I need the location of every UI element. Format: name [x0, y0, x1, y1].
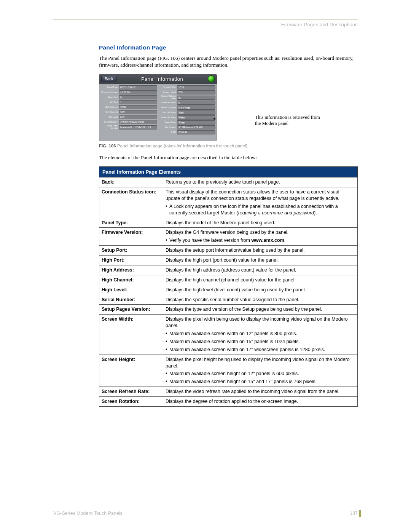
table-row: Screen Width:Displays the pixel width be… [99, 315, 358, 355]
row-label: High Level: [99, 285, 163, 295]
footer-left: VG-Series Modero Touch Panels [53, 511, 123, 516]
row-description: Displays the high channel (channel count… [163, 275, 358, 285]
annotation-arrow [215, 119, 253, 119]
panel-field-label: Start Up String [159, 112, 177, 114]
panel-field-value: 3000 [119, 105, 157, 109]
row-description: Displays the high level (level count) va… [163, 285, 358, 295]
row-description: Displays the setup port information/valu… [163, 246, 358, 256]
elements-table: Panel Information Page Elements Back:Ret… [99, 166, 358, 407]
row-label: Screen Height: [99, 355, 163, 387]
panel-field-label: Setup Page Version [100, 125, 119, 129]
row-description: Displays the specific serial number valu… [163, 295, 358, 305]
panel-field-label: Power Up Page [159, 107, 177, 109]
panel-field-label: Setup Port [100, 96, 119, 99]
row-label: High Channel: [99, 275, 163, 285]
row-label: Firmware Version: [99, 228, 163, 246]
panel-field-row: High Port1 [100, 100, 157, 104]
row-description: Displays the model of the Modero panel b… [163, 218, 358, 228]
annotation-text: This information is retrieved from the M… [255, 115, 342, 126]
row-label: Setup Pages Version: [99, 305, 163, 315]
panel-field-label: Screen Refresh Rate [159, 95, 177, 100]
panel-field-value: 768 [177, 90, 215, 94]
panel-field-value: NXD-1500VG [119, 85, 157, 89]
panel-field-row: Screen Height768 [159, 90, 215, 94]
panel-field-value: Sleep [177, 120, 215, 125]
table-row: Back:Returns you to the previously activ… [99, 177, 358, 187]
panel-field-value: 1024 [177, 85, 215, 89]
panel-field-label: High Address [100, 106, 119, 109]
panel-field-row: RAM256 MB [159, 130, 215, 134]
table-row: Screen Rotation:Displays the degree of r… [99, 397, 358, 407]
row-label: Serial Number: [99, 295, 163, 305]
table-row: High Level:Displays the high level (leve… [99, 285, 358, 295]
panel-title: Panel Information [116, 76, 208, 82]
row-description: Displays the pixel width being used to d… [163, 315, 358, 355]
table-row: High Port:Displays the high port (port c… [99, 256, 358, 265]
panel-field-label: Screen Width [159, 86, 177, 89]
panel-field-row: Wake Up StringWake [159, 115, 215, 120]
panel-field-label: High Channel [100, 111, 119, 113]
panel-field-value: 3001 [119, 110, 157, 114]
panel-field-label: Panel Type [100, 86, 119, 89]
panel-field-row: Power Up PageMain Page [159, 105, 215, 110]
row-description: Displays the video refresh rate applied … [163, 387, 358, 397]
panel-field-row: Screen Width1024 [159, 85, 215, 89]
row-label: Panel Type: [99, 218, 163, 228]
panel-field-value: 95 MB free of 128 MB [177, 125, 215, 129]
panel-field-value: 600 [119, 115, 157, 119]
row-description: Displays the degree of rotation applied … [163, 397, 358, 407]
panel-field-row: Serial Number225361BETA2253611 [100, 120, 157, 124]
panel-field-label: Serial Number [100, 121, 119, 123]
row-label: Screen Refresh Rate: [99, 387, 163, 397]
panel-field-row: Panel TypeNXD-1500VG [100, 85, 157, 89]
row-label: Setup Port: [99, 246, 163, 256]
row-description: Displays the high port (port count) valu… [163, 256, 358, 265]
panel-field-value: 60 [177, 96, 215, 100]
page-title: Panel Information Page [99, 44, 358, 51]
row-description: Displays the G4 firmware version being u… [163, 228, 358, 246]
row-label: High Address: [99, 265, 163, 275]
panel-field-value: 0 [177, 101, 215, 105]
page-footer: VG-Series Modero Touch Panels 137 [53, 509, 358, 516]
panel-field-label: RAM [159, 131, 177, 134]
figure-caption: FIG. 106 Panel Information page (takes i… [99, 144, 358, 148]
table-row: Screen Refresh Rate:Displays the video r… [99, 387, 358, 397]
table-row: Firmware Version:Displays the G4 firmwar… [99, 228, 358, 246]
row-label: Back: [99, 177, 163, 187]
panel-field-row: Firmware Versionv2.56.10 [100, 90, 157, 94]
table-row: Setup Pages Version:Displays the type an… [99, 305, 358, 315]
panel-field-value: 0 [119, 95, 157, 99]
connection-status-icon [208, 75, 215, 82]
table-row: High Address:Displays the high address (… [99, 265, 358, 275]
top-rule [53, 19, 358, 19]
panel-field-label: File System [159, 126, 177, 129]
row-label: Screen Width: [99, 315, 163, 355]
back-button[interactable]: Back [101, 76, 116, 82]
panel-field-value: Wake [177, 115, 215, 120]
panel-field-row: Sleep StringSleep [159, 120, 215, 125]
panel-field-row: File System95 MB free of 128 MB [159, 125, 215, 129]
row-label: High Port: [99, 256, 163, 265]
panel-screenshot: Back Panel Information Panel TypeNXD-150… [99, 74, 217, 141]
panel-field-row: Setup Page VersionModeroVG - 1024x768 - … [100, 125, 157, 129]
table-intro: The elements of the Panel Information pa… [99, 154, 358, 161]
table-row: High Channel:Displays the high channel (… [99, 275, 358, 285]
panel-field-label: Firmware Version [100, 91, 119, 94]
row-description: Displays the pixel height being used to … [163, 355, 358, 387]
row-label: Screen Rotation: [99, 397, 163, 407]
panel-field-row: High Channel3001 [100, 110, 157, 114]
table-row: Serial Number:Displays the specific seri… [99, 295, 358, 305]
row-description: Displays the high address (address count… [163, 265, 358, 275]
table-row: Screen Height:Displays the pixel height … [99, 355, 358, 387]
row-description: Returns you to the previously active tou… [163, 177, 358, 187]
table-header: Panel Information Page Elements [99, 167, 358, 177]
panel-field-label: Sleep String [159, 121, 177, 124]
panel-field-value: 256 MB [177, 130, 215, 134]
footer-page-number: 137 [350, 511, 358, 516]
panel-field-row: Setup Port0 [100, 95, 157, 99]
panel-field-row: High Address3000 [100, 105, 157, 109]
table-row: Connection Status icon:This visual displ… [99, 187, 358, 218]
panel-field-value: v2.56.10 [119, 90, 157, 94]
panel-field-row: Start Up StringStart [159, 110, 215, 115]
panel-field-label: High Port [100, 101, 119, 104]
